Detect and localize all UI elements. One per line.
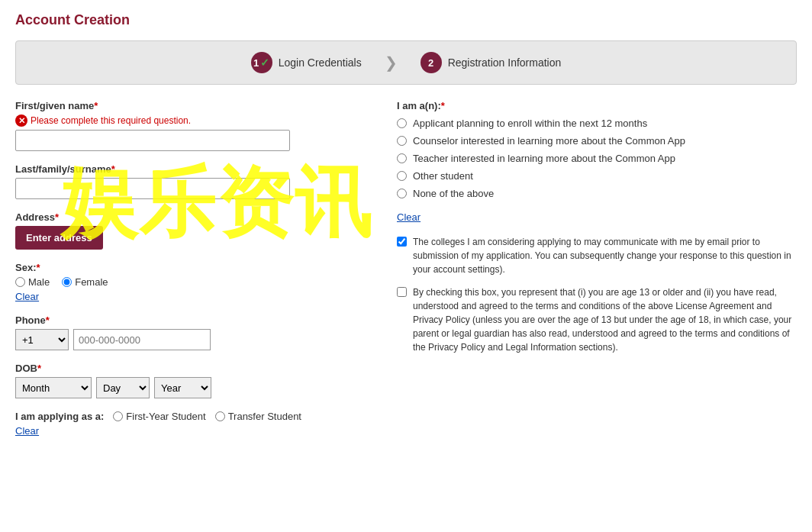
enter-address-button[interactable]: Enter address: [15, 226, 103, 250]
i-am-label: I am a(n):*: [397, 100, 797, 111]
applying-transfer-radio[interactable]: [215, 411, 225, 421]
applying-first-year-option[interactable]: First-Year Student: [113, 411, 205, 422]
sex-radio-row: Male Female: [15, 276, 366, 288]
form-left: First/given name* ✕ Please complete this…: [15, 100, 366, 449]
i-am-option-5[interactable]: None of the above: [397, 188, 797, 199]
iam-counselor-radio[interactable]: [397, 136, 407, 146]
i-am-option-2[interactable]: Counselor interested in learning more ab…: [397, 135, 797, 147]
sex-group: Sex:* Male Female Clear: [15, 262, 366, 302]
form-layout: First/given name* ✕ Please complete this…: [15, 100, 797, 449]
dob-year-select[interactable]: Year 20102009200820072006 20052004200320…: [154, 377, 211, 398]
address-label: Address*: [15, 211, 366, 223]
i-am-option-3[interactable]: Teacher interested in learning more abou…: [397, 153, 797, 164]
form-right: I am a(n):* Applicant planning to enroll…: [397, 100, 797, 449]
iam-teacher-radio[interactable]: [397, 153, 407, 163]
checkbox-terms-consent[interactable]: [397, 287, 407, 297]
step-2-label: Registration Information: [448, 56, 562, 69]
sex-female-radio[interactable]: [62, 277, 72, 287]
checkbox-email-text: The colleges I am considering applying t…: [413, 235, 797, 276]
dob-month-select[interactable]: Month January February March April May J…: [15, 377, 92, 398]
iam-applicant-radio[interactable]: [397, 118, 407, 128]
first-name-error: ✕ Please complete this required question…: [15, 114, 366, 127]
applying-first-year-radio[interactable]: [113, 411, 123, 421]
checkbox-section: The colleges I am considering applying t…: [397, 235, 797, 354]
step-1-label: Login Credentials: [279, 56, 362, 69]
phone-country-select[interactable]: +1: [15, 329, 69, 350]
sex-clear-link[interactable]: Clear: [15, 291, 39, 302]
applying-transfer-option[interactable]: Transfer Student: [215, 411, 301, 422]
first-name-group: First/given name* ✕ Please complete this…: [15, 100, 366, 151]
dob-label: DOB*: [15, 363, 366, 374]
error-icon: ✕: [15, 114, 27, 127]
last-name-group: Last/family/surname*: [15, 163, 366, 199]
last-name-input[interactable]: [15, 178, 290, 199]
phone-input[interactable]: [73, 329, 211, 350]
sex-male-radio[interactable]: [15, 277, 25, 287]
applying-as-label: I am applying as a:: [15, 411, 104, 422]
step-2-circle: 2: [420, 52, 442, 73]
checkbox-email-consent[interactable]: [397, 237, 407, 247]
iam-none-radio[interactable]: [397, 189, 407, 198]
applying-as-group: I am applying as a: First-Year Student T…: [15, 411, 366, 437]
iam-other-radio[interactable]: [397, 171, 407, 181]
phone-group: Phone* +1: [15, 314, 366, 350]
dob-day-select[interactable]: Day 12345 678910 1112131415 1617181920 2…: [96, 377, 150, 398]
phone-row: +1: [15, 329, 366, 350]
dob-row: Month January February March April May J…: [15, 377, 366, 398]
page-title: Account Creation: [15, 12, 797, 28]
i-am-group: I am a(n):* Applicant planning to enroll…: [397, 100, 797, 223]
dob-group: DOB* Month January February March April …: [15, 363, 366, 398]
i-am-option-1[interactable]: Applicant planning to enroll within the …: [397, 118, 797, 129]
step-1: 1✓ Login Credentials: [251, 52, 362, 73]
applying-as-row: I am applying as a: First-Year Student T…: [15, 411, 366, 422]
step-arrow: ❯: [385, 53, 398, 72]
checkbox-terms-text: By checking this box, you represent that…: [413, 285, 797, 354]
sex-female-option[interactable]: Female: [62, 276, 108, 288]
progress-bar: 1✓ Login Credentials ❯ 2 Registration In…: [15, 40, 797, 85]
applying-clear-link[interactable]: Clear: [15, 425, 39, 437]
checkbox-item-1: The colleges I am considering applying t…: [397, 235, 797, 276]
checkbox-item-2: By checking this box, you represent that…: [397, 285, 797, 354]
step-2: 2 Registration Information: [420, 52, 562, 73]
sex-label: Sex:*: [15, 262, 366, 273]
first-name-input[interactable]: [15, 130, 290, 151]
phone-label: Phone*: [15, 314, 366, 326]
sex-male-option[interactable]: Male: [15, 276, 50, 288]
step-1-circle: 1✓: [251, 52, 272, 73]
first-name-label: First/given name*: [15, 100, 366, 111]
address-group: Address* Enter address: [15, 211, 366, 250]
i-am-option-4[interactable]: Other student: [397, 170, 797, 182]
iam-clear-link[interactable]: Clear: [397, 211, 420, 223]
last-name-label: Last/family/surname*: [15, 163, 366, 175]
